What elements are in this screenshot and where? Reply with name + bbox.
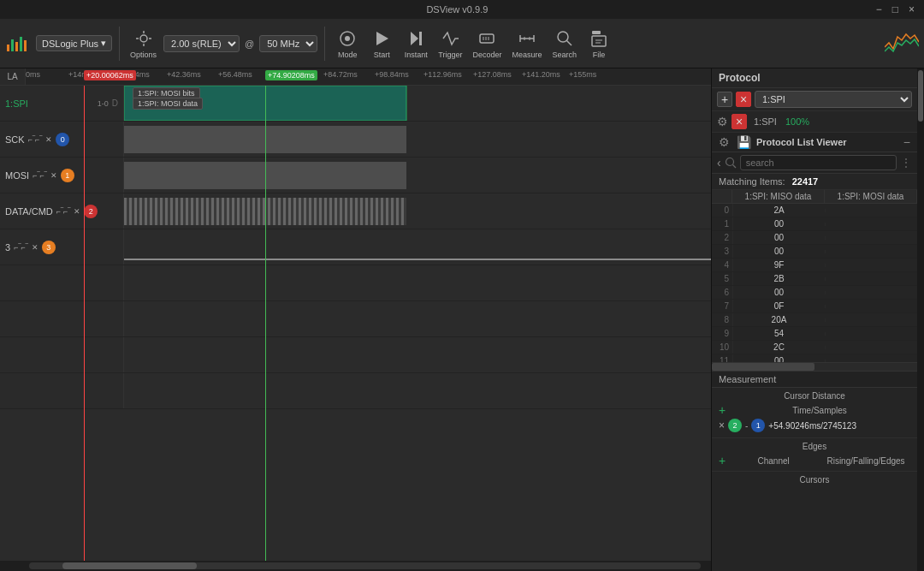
options-button[interactable]: Options [127, 27, 160, 61]
row-mosi-3 [825, 250, 917, 253]
row-miso-5: 2B [732, 272, 825, 285]
empty2-wave [124, 301, 711, 336]
matching-count: 22417 [792, 176, 819, 187]
instant-label: Instant [405, 51, 428, 59]
device-selector[interactable]: DSLogic Plus ▾ [36, 35, 112, 51]
decoder-icon [477, 28, 497, 49]
tick-7: +98.84ms [375, 70, 409, 79]
mosi-waveform-icon: ⌐‾⌐‾ [33, 171, 47, 180]
data-table[interactable]: 0 2A 1 00 2 00 3 00 4 9F [712, 204, 917, 362]
datacmd-wave[interactable] [124, 193, 711, 229]
toolbar-separator-2 [324, 27, 325, 61]
mode-button[interactable]: Mode [332, 27, 363, 61]
data-idx-header [712, 190, 732, 203]
options-icon [133, 28, 154, 49]
decoder-button[interactable]: Decoder [469, 27, 505, 61]
file-label: File [593, 51, 606, 59]
signal-row-empty2 [0, 301, 711, 337]
edges-add-button[interactable]: + [719, 454, 726, 467]
mini-chart [885, 30, 919, 57]
search-row: ‹ ⋮ [712, 152, 917, 174]
svg-point-5 [140, 35, 147, 42]
row-mosi-2 [825, 236, 917, 240]
mosi-wave[interactable] [124, 158, 711, 193]
protocol-list-gear-icon[interactable]: ⚙ [717, 135, 732, 149]
mode-icon [337, 28, 358, 49]
search-button[interactable]: Search [548, 27, 580, 61]
maximize-button[interactable]: □ [890, 3, 901, 15]
signal-row-datacmd: DATA/CMD ⌐‾⌐‾ ✕ 2 [0, 193, 711, 229]
trigger-button[interactable]: Trigger [435, 27, 465, 61]
svg-point-11 [345, 36, 350, 41]
tick-3: +42.36ms [167, 70, 201, 79]
ch3-wave[interactable] [124, 229, 711, 265]
data-hscrollbar-track[interactable] [712, 363, 917, 371]
row-idx-0: 0 [712, 204, 732, 217]
protocol-vscrollbar-thumb[interactable] [918, 70, 923, 122]
spi-wave[interactable]: 1:SPI: MOSI bits 1:SPI: MOSI data [124, 86, 711, 121]
svg-rect-0 [7, 45, 9, 51]
row-idx-9: 9 [712, 327, 732, 340]
start-button[interactable]: Start [366, 27, 397, 61]
signal-row-empty3 [0, 337, 711, 373]
sck-wave[interactable] [124, 122, 711, 157]
protocol-add-row: + × 1:SPI [712, 88, 917, 111]
protocol-list-save-icon[interactable]: 💾 [735, 135, 753, 149]
ch3-wave-svg [124, 229, 711, 265]
protocol-add-button[interactable]: + [717, 92, 732, 107]
data-hscrollbar-thumb[interactable] [712, 363, 814, 371]
close-button[interactable]: × [906, 3, 917, 15]
measurement-add-button[interactable]: + [719, 403, 726, 417]
signal-row-sck: SCK ⌐‾⌐‾ ✕ 0 [0, 122, 711, 158]
file-button[interactable]: File [583, 27, 614, 61]
cursor-red-label: +20.00062ms [84, 70, 136, 80]
svg-marker-12 [376, 32, 388, 45]
instant-button[interactable]: Instant [400, 27, 431, 61]
row-idx-6: 6 [712, 286, 732, 299]
table-row: 3 00 [712, 245, 917, 259]
protocol-list-collapse-icon[interactable]: − [902, 135, 912, 149]
cursor-distance-title: Cursor Distance [719, 391, 910, 401]
empty4-label [0, 373, 124, 408]
row-miso-3: 00 [732, 245, 825, 258]
svg-line-39 [732, 165, 736, 169]
row-miso-10: 2C [732, 341, 825, 354]
hscrollbar-thumb[interactable] [62, 562, 197, 569]
row-miso-8: 20A [732, 313, 825, 326]
data-hscrollbar[interactable] [712, 362, 917, 371]
protocol-search-input[interactable] [740, 155, 897, 170]
measurement-remove-button[interactable]: × [719, 419, 725, 431]
row-mosi-0 [825, 209, 917, 212]
search-options-icon[interactable]: ⋮ [900, 156, 912, 170]
edges-row: + Channel Rising/Falling/Edges [719, 454, 910, 467]
ruler-ticks: 0ms +14ms +28.24ms +42.36ms +56.48ms +70… [26, 68, 711, 85]
svg-rect-4 [24, 40, 27, 51]
protocol-panel-vscrollbar[interactable] [917, 68, 924, 571]
protocol-close-button[interactable]: × [736, 92, 751, 107]
trigger-label: Trigger [438, 51, 462, 59]
measure-button[interactable]: Measure [508, 27, 545, 61]
measurement-panel: Measurement Cursor Distance + Time/Sampl… [712, 371, 917, 488]
hscrollbar-track[interactable] [29, 562, 701, 569]
edges-section: Edges + Channel Rising/Falling/Edges [712, 437, 917, 471]
time-samples-label: Time/Samples [729, 406, 910, 415]
protocol-close2-button[interactable]: × [732, 114, 747, 129]
toolbar: DSLogic Plus ▾ Options 2.00 s(RLE) @ 50 … [0, 19, 924, 68]
table-row: 7 0F [712, 300, 917, 313]
protocol-selector[interactable]: 1:SPI [755, 91, 912, 108]
freq-selector[interactable]: 50 MHz [259, 35, 317, 52]
row-miso-1: 00 [732, 217, 825, 230]
row-idx-5: 5 [712, 272, 732, 285]
signal-row-mosi: MOSI ⌐‾⌐‾ ✕ 1 [0, 158, 711, 193]
minimize-button[interactable]: − [874, 3, 885, 15]
row-mosi-1 [825, 223, 917, 226]
decoder-label: Decoder [472, 51, 501, 59]
row-idx-3: 3 [712, 245, 732, 258]
back-button[interactable]: ‹ [717, 156, 721, 170]
sck-x-icon: ✕ [45, 135, 52, 144]
mode-selector[interactable]: 2.00 s(RLE) [163, 35, 240, 52]
table-row: 6 00 [712, 286, 917, 300]
hscrollbar[interactable] [0, 561, 711, 571]
protocol-gear-icon[interactable]: ⚙ [717, 115, 728, 128]
mosi-wave-svg [124, 158, 711, 193]
